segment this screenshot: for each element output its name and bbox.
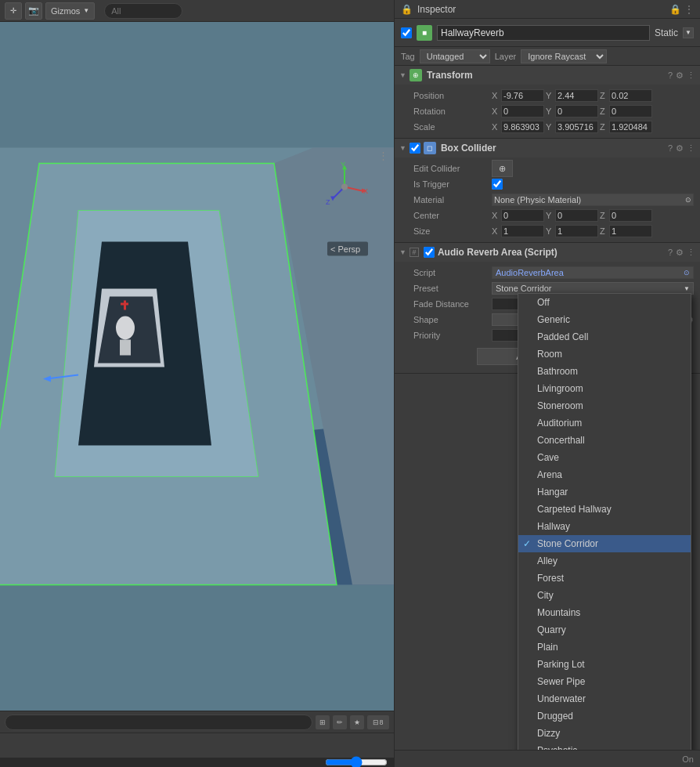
grid-icon-btn[interactable]: ⊞	[316, 715, 330, 729]
size-y-input[interactable]	[555, 225, 598, 237]
static-dropdown[interactable]: ▼	[683, 27, 694, 38]
box-collider-settings-icon[interactable]: ⚙	[676, 143, 684, 154]
preset-item-mountains[interactable]: Mountains	[518, 604, 691, 621]
star-icon-btn[interactable]: ★	[350, 715, 364, 729]
preset-item-cave[interactable]: Cave	[518, 449, 691, 466]
transform-settings-icon[interactable]: ⚙	[676, 71, 684, 81]
script-row: Script AudioReverbArea ⊙	[395, 265, 700, 280]
preset-item-sewer-pipe-label: Sewer Pipe	[537, 676, 585, 687]
layers-icon-btn[interactable]: ⊟8	[367, 715, 389, 729]
preset-item-city-label: City	[537, 590, 554, 601]
center-z-input[interactable]	[609, 209, 652, 222]
preset-item-plain[interactable]: Plain	[518, 639, 691, 656]
preset-item-parking-lot[interactable]: Parking Lot	[518, 656, 691, 673]
rotation-z-input[interactable]	[609, 105, 652, 118]
audio-reverb-help-icon[interactable]: ?	[668, 248, 673, 258]
box-collider-menu-icon[interactable]: ⋮	[687, 143, 695, 154]
bottom-slider[interactable]	[325, 759, 388, 765]
transform-menu-icon[interactable]: ⋮	[687, 71, 695, 81]
box-collider-help-icon[interactable]: ?	[668, 143, 673, 154]
material-select-icon: ⊙	[685, 196, 691, 204]
gizmos-button[interactable]: Gizmos ▼	[45, 2, 95, 20]
preset-item-arena[interactable]: Arena	[518, 466, 691, 483]
camera-icon[interactable]: 📷	[25, 2, 42, 20]
preset-item-stoneroom[interactable]: Stoneroom	[518, 397, 691, 414]
preset-item-hangar[interactable]: Hangar	[518, 483, 691, 501]
is-trigger-checkbox[interactable]	[492, 179, 503, 190]
audio-reverb-menu-icon[interactable]: ⋮	[687, 248, 695, 258]
preset-item-carpeted-hallway[interactable]: Carpeted Hallway	[518, 501, 691, 518]
preset-item-stone-corridor[interactable]: Stone Corridor	[518, 535, 691, 552]
script-name: AudioReverbArea	[496, 268, 564, 277]
box-collider-enable-checkbox[interactable]	[410, 143, 420, 154]
preset-item-auditorium[interactable]: Auditorium	[518, 414, 691, 432]
position-x-input[interactable]	[501, 89, 544, 102]
scale-x-label: X	[492, 122, 500, 132]
preset-item-generic[interactable]: Generic	[518, 311, 691, 328]
material-dropdown[interactable]: None (Physic Material) ⊙	[492, 194, 694, 206]
hierarchy-search-input[interactable]	[5, 715, 312, 730]
rotation-x-input[interactable]	[501, 105, 544, 118]
preset-item-sewer-pipe[interactable]: Sewer Pipe	[518, 673, 691, 690]
preset-item-psychotic[interactable]: Psychotic	[518, 742, 691, 750]
tag-select[interactable]: Untagged	[420, 49, 490, 63]
preset-item-alley-label: Alley	[537, 555, 557, 566]
transform-header[interactable]: ▼ ⊕ Transform ? ⚙ ⋮	[395, 66, 700, 85]
size-z-input[interactable]	[609, 225, 652, 237]
preset-item-bathroom[interactable]: Bathroom	[518, 363, 691, 380]
preset-item-drugged[interactable]: Drugged	[518, 707, 691, 725]
size-z-item: Z	[600, 225, 652, 237]
brush-icon-btn[interactable]: ✏	[333, 715, 347, 729]
center-y-label: Y	[546, 211, 554, 220]
preset-item-city[interactable]: City	[518, 587, 691, 604]
center-x-input[interactable]	[501, 209, 544, 222]
layer-select[interactable]: Ignore Raycast	[521, 49, 607, 63]
center-y-input[interactable]	[555, 209, 598, 222]
preset-dropdown-menu[interactable]: Off Generic Padded Cell Room Bathroom Li…	[518, 293, 691, 750]
gizmos-label: Gizmos	[51, 6, 80, 16]
scale-y-input[interactable]	[555, 121, 598, 133]
box-collider-header[interactable]: ▼ ◻ Box Collider ? ⚙ ⋮	[395, 139, 700, 157]
preset-item-dizzy[interactable]: Dizzy	[518, 725, 691, 742]
preset-item-alley[interactable]: Alley	[518, 552, 691, 570]
preset-item-underwater[interactable]: Underwater	[518, 690, 691, 707]
edit-collider-button[interactable]: ⊕	[492, 160, 513, 177]
position-y-input[interactable]	[555, 89, 598, 102]
rotation-x-label: X	[492, 107, 500, 116]
audio-reverb-header[interactable]: ▼ # Audio Reverb Area (Script) ? ⚙ ⋮	[395, 243, 700, 262]
scale-xyz: X Y Z	[492, 121, 694, 133]
preset-item-hallway[interactable]: Hallway	[518, 518, 691, 535]
preset-item-quarry[interactable]: Quarry	[518, 621, 691, 639]
viewport-3d[interactable]: < Persp X Y Z ⋮	[0, 22, 394, 711]
rotation-z-label: Z	[600, 107, 608, 116]
preset-item-livingroom[interactable]: Livingroom	[518, 380, 691, 397]
scale-z-input[interactable]	[609, 121, 652, 133]
move-tool-button[interactable]: ✛	[5, 2, 22, 20]
size-y-label: Y	[546, 226, 554, 236]
scale-x-input[interactable]	[501, 121, 544, 133]
position-z-input[interactable]	[609, 89, 652, 102]
audio-reverb-enable-checkbox[interactable]	[424, 247, 435, 258]
inspector-panel: 🔒 Inspector 🔒 ⋮ ■ Static ▼ Tag Untagged …	[394, 0, 700, 767]
preset-item-quarry-label: Quarry	[537, 624, 566, 635]
rotation-y-input[interactable]	[555, 105, 598, 118]
inspector-lock-icon[interactable]: 🔒	[669, 4, 681, 15]
preset-item-room[interactable]: Room	[518, 346, 691, 363]
inspector-menu-icon[interactable]: ⋮	[684, 4, 694, 15]
preset-item-off-label: Off	[537, 297, 550, 308]
preset-item-forest[interactable]: Forest	[518, 570, 691, 587]
svg-point-24	[341, 184, 348, 190]
position-x-item: X	[492, 89, 544, 102]
preset-item-stone-corridor-label: Stone Corridor	[537, 538, 598, 549]
preset-item-padded-cell[interactable]: Padded Cell	[518, 328, 691, 346]
viewport-search-input[interactable]	[104, 3, 182, 19]
object-enable-checkbox[interactable]	[401, 27, 412, 38]
script-value-field[interactable]: AudioReverbArea ⊙	[492, 266, 694, 279]
audio-reverb-settings-icon[interactable]: ⚙	[676, 248, 684, 258]
scale-label: Scale	[413, 122, 492, 132]
size-x-input[interactable]	[501, 225, 544, 237]
transform-help-icon[interactable]: ?	[668, 71, 673, 81]
preset-item-off[interactable]: Off	[518, 294, 691, 311]
preset-item-concerthall[interactable]: Concerthall	[518, 432, 691, 449]
object-name-input[interactable]	[437, 25, 650, 41]
